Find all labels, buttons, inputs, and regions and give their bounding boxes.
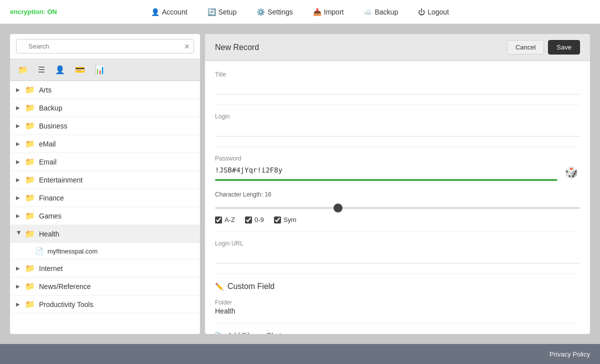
folder-list: ▶ 📁 Arts ▶ 📁 Backup ▶ 📁 Business ▶ 📁 eMa… bbox=[10, 81, 200, 334]
folder-finance-icon: 📁 bbox=[25, 193, 35, 202]
record-title: New Record bbox=[215, 43, 259, 52]
folder-entertainment-icon: 📁 bbox=[25, 175, 35, 184]
folder-email2[interactable]: ▶ 📁 Email bbox=[10, 153, 200, 171]
search-input[interactable] bbox=[16, 39, 194, 54]
dice-icon[interactable]: 🎲 bbox=[562, 164, 580, 181]
nav-settings[interactable]: ⚙️ Settings bbox=[246, 0, 303, 24]
folder-email2-icon: 📁 bbox=[25, 157, 35, 166]
search-clear-icon[interactable]: ✕ bbox=[184, 42, 190, 50]
list-item-myfitnesspal[interactable]: 📄 myfitnesspal.com bbox=[10, 243, 200, 260]
search-wrapper: 🔍 ✕ bbox=[16, 39, 194, 54]
cancel-button[interactable]: Cancel bbox=[507, 40, 544, 54]
chevron-down-icon: ▶ bbox=[16, 231, 22, 237]
card-icon[interactable]: 💳 bbox=[73, 63, 87, 76]
bottom-bar: Privacy Policy bbox=[0, 344, 600, 364]
password-value: !JSB#4jYqr!i2F8y bbox=[215, 164, 558, 176]
password-length-slider[interactable] bbox=[215, 207, 580, 209]
folder-backup-icon: 📁 bbox=[25, 103, 35, 112]
folder-business[interactable]: ▶ 📁 Business bbox=[10, 117, 200, 135]
folder-finance[interactable]: ▶ 📁 Finance bbox=[10, 189, 200, 207]
list-view-icon[interactable]: ☰ bbox=[36, 63, 47, 76]
title-input[interactable] bbox=[215, 80, 580, 94]
login-label: Login bbox=[215, 113, 580, 120]
folder-arts[interactable]: ▶ 📁 Arts bbox=[10, 81, 200, 99]
password-field-group: Password !JSB#4jYqr!i2F8y 🎲 bbox=[215, 155, 580, 181]
az-checkbox[interactable] bbox=[215, 216, 222, 224]
nums-label: 0-9 bbox=[254, 216, 264, 224]
logout-icon: ⏻ bbox=[418, 8, 425, 16]
sym-checkbox-label[interactable]: Sym bbox=[274, 216, 296, 224]
divider bbox=[215, 232, 580, 232]
char-length-display: Character Length: 16 bbox=[215, 191, 580, 198]
password-label: Password bbox=[215, 155, 580, 162]
nav-backup[interactable]: ☁️ Backup bbox=[354, 0, 408, 24]
folder-email2-label: Email bbox=[39, 158, 56, 166]
divider bbox=[215, 146, 580, 147]
nav-account[interactable]: 👤 Account bbox=[141, 0, 198, 24]
nav-logout-label: Logout bbox=[428, 8, 449, 16]
chevron-icon: ▶ bbox=[16, 105, 22, 110]
folder-business-label: Business bbox=[39, 122, 68, 130]
folder-email-label: eMail bbox=[39, 140, 56, 148]
sym-checkbox[interactable] bbox=[274, 216, 281, 224]
folder-games[interactable]: ▶ 📁 Games bbox=[10, 207, 200, 225]
add-files-icon: 📎 bbox=[215, 332, 224, 334]
file-icon: 📄 bbox=[35, 247, 44, 255]
folder-newsref[interactable]: ▶ 📁 News/Reference bbox=[10, 278, 200, 296]
login-input[interactable] bbox=[215, 122, 580, 136]
nav-setup-label: Setup bbox=[218, 8, 237, 16]
save-button[interactable]: Save bbox=[548, 40, 580, 54]
folder-business-icon: 📁 bbox=[25, 121, 35, 130]
divider bbox=[215, 104, 580, 105]
folder-games-label: Games bbox=[39, 212, 62, 220]
folder-toolbar: 📁 ☰ 👤 💳 📊 bbox=[10, 59, 200, 81]
folder-entertainment[interactable]: ▶ 📁 Entertainment bbox=[10, 171, 200, 189]
import-icon: 📥 bbox=[313, 8, 322, 16]
folder-games-icon: 📁 bbox=[25, 211, 35, 220]
add-files-row[interactable]: 📎 Add Files or Photos bbox=[215, 332, 580, 334]
az-label: A-Z bbox=[224, 216, 235, 224]
search-bar: 🔍 ✕ bbox=[10, 34, 200, 59]
login-url-label: Login URL bbox=[215, 240, 580, 247]
nav-account-label: Account bbox=[162, 8, 188, 16]
folder-productivity-label: Productivity Tools bbox=[39, 300, 94, 308]
title-field-group: Title bbox=[215, 71, 580, 94]
record-header: New Record Cancel Save bbox=[205, 34, 590, 61]
folder-health[interactable]: ▶ 📁 Health bbox=[10, 225, 200, 243]
custom-field-title: Custom Field bbox=[228, 282, 274, 291]
nav-logout[interactable]: ⏻ Logout bbox=[408, 0, 459, 24]
login-url-input[interactable] bbox=[215, 249, 580, 264]
folder-view-icon[interactable]: 📁 bbox=[16, 63, 30, 76]
sym-label: Sym bbox=[284, 216, 296, 224]
password-field-wrap: !JSB#4jYqr!i2F8y bbox=[215, 164, 558, 181]
privacy-policy-link[interactable]: Privacy Policy bbox=[550, 350, 590, 358]
nav-setup[interactable]: 🔄 Setup bbox=[198, 0, 247, 24]
setup-icon: 🔄 bbox=[208, 8, 216, 16]
folder-internet[interactable]: ▶ 📁 Internet bbox=[10, 260, 200, 278]
nav-import[interactable]: 📥 Import bbox=[303, 0, 354, 24]
folder-productivity[interactable]: ▶ 📁 Productivity Tools bbox=[10, 296, 200, 314]
folder-newsref-label: News/Reference bbox=[39, 282, 91, 290]
chevron-icon: ▶ bbox=[16, 266, 22, 271]
chevron-icon: ▶ bbox=[16, 141, 22, 146]
nums-checkbox-label[interactable]: 0-9 bbox=[245, 216, 264, 224]
login-field-group: Login bbox=[215, 113, 580, 136]
settings-icon: ⚙️ bbox=[256, 8, 265, 16]
account-icon: 👤 bbox=[151, 8, 160, 16]
nums-checkbox[interactable] bbox=[245, 216, 252, 224]
folder-backup[interactable]: ▶ 📁 Backup bbox=[10, 99, 200, 117]
login-url-field-group: Login URL bbox=[215, 240, 580, 264]
folder-email[interactable]: ▶ 📁 eMail bbox=[10, 135, 200, 153]
person-icon[interactable]: 👤 bbox=[53, 63, 67, 76]
password-length-slider-row bbox=[215, 202, 580, 211]
chart-icon[interactable]: 📊 bbox=[93, 63, 107, 76]
divider bbox=[215, 274, 580, 274]
folder-arts-icon: 📁 bbox=[25, 85, 35, 94]
az-checkbox-label[interactable]: A-Z bbox=[215, 216, 235, 224]
folder-productivity-icon: 📁 bbox=[25, 300, 35, 309]
chevron-icon: ▶ bbox=[16, 284, 22, 289]
chevron-icon: ▶ bbox=[16, 213, 22, 218]
chevron-icon: ▶ bbox=[16, 177, 22, 182]
folder-label: Folder bbox=[215, 299, 580, 306]
encryption-status: encryption: ON bbox=[10, 8, 57, 16]
